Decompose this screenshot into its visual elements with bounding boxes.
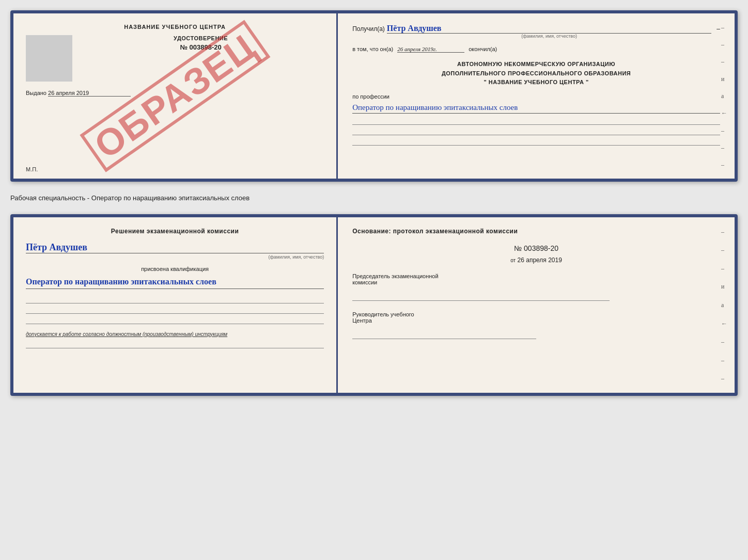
cert2-predsedatel-line [352,290,610,301]
cert1-date-prefix: в том, что он(а) [352,46,393,52]
d-blank-1 [26,294,324,303]
cert1-recipient-label: Получил(а) [352,25,385,33]
cert1-mp: М.П. [26,166,38,172]
certificate-card-2: Решением экзаменационной комиссии Пётр А… [10,214,738,396]
cert1-date-row: в том, что он(а) 26 апреля 2019г. окончи… [352,46,720,53]
cert2-assigned: присвоена квалификация [26,266,324,272]
cert1-date-value: 26 апреля 2019г. [397,46,464,53]
cert2-left: Решением экзаменационной комиссии Пётр А… [13,217,338,393]
cert2-prot-number: № 003898-20 [352,244,720,252]
cert1-label-block: УДОСТОВЕРЕНИЕ № 003898-20 [77,35,324,51]
cert2-prot-date: от 26 апреля 2019 [352,257,720,264]
cert1-recipient-row: Получил(а) Пётр Авдушев (фамилия, имя, о… [352,24,720,39]
cert2-name-sub: (фамилия, имя, отчество) [26,254,324,260]
cert1-org-line1: АВТОНОМНУЮ НЕКОММЕРЧЕСКУЮ ОРГАНИЗАЦИЮ [352,60,720,69]
cert2-ot-prefix: от [510,258,516,263]
cert1-right: Получил(а) Пётр Авдушев (фамилия, имя, о… [338,13,735,179]
cert2-ruk-label1: Руководитель учебного [352,311,720,317]
cert2-allowed-prefix: допускается к работе согласно должностны… [26,331,324,337]
cert1-issued-date: 26 апреля 2019 [48,90,131,97]
cert1-recipient-sub: (фамилия, имя, отчество) [387,34,711,39]
certificate-card-1: НАЗВАНИЕ УЧЕБНОГО ЦЕНТРА УДОСТОВЕРЕНИЕ №… [10,10,738,182]
cert1-org-title: НАЗВАНИЕ УЧЕБНОГО ЦЕНТРА [26,24,324,30]
cert1-issued: Выдано 26 апреля 2019 [26,90,324,97]
cert2-decision-title: Решением экзаменационной комиссии [26,228,324,235]
cert1-label: УДОСТОВЕРЕНИЕ [77,35,324,41]
cert1-profession-value: Оператор по наращиванию эпитаксиальных с… [352,102,720,114]
blank-line-2 [352,126,720,135]
cert2-prot-date-val: 26 апреля 2019 [518,257,562,264]
cert1-blank-lines [352,116,720,146]
cert1-recipient-name: Пётр Авдушев [387,24,711,34]
cert1-org-line2: ДОПОЛНИТЕЛЬНОГО ПРОФЕССИОНАЛЬНОГО ОБРАЗО… [352,69,720,78]
cert2-predsedatel-label2: комиссии [352,279,720,285]
cert1-org-line3: " НАЗВАНИЕ УЧЕБНОГО ЦЕНТРА " [352,78,720,87]
blank-line-1 [352,116,720,125]
cert2-last-line [26,339,324,348]
cert2-ruk-line [352,328,536,339]
page-wrapper: НАЗВАНИЕ УЧЕБНОГО ЦЕНТРА УДОСТОВЕРЕНИЕ №… [10,10,738,396]
cert1-profession-block: по профессии Оператор по наращиванию эпи… [352,93,720,114]
d-blank-3 [26,315,324,324]
blank-line-3 [352,136,720,146]
cert2-ruk-label2: Центра [352,317,720,324]
cert2-predsedatel: Председатель экзаменационной комиссии [352,273,720,301]
stamp-placeholder [26,35,72,82]
cert1-issued-prefix: Выдано [26,90,46,96]
cert2-allowed-text: работе согласно должностным (производств… [63,331,227,337]
middle-label: Рабочая специальность - Оператор по нара… [10,190,738,206]
cert1-stamp-area: УДОСТОВЕРЕНИЕ № 003898-20 [26,35,324,82]
cert2-qualification: Оператор по наращиванию эпитаксиальных с… [26,275,324,289]
cert1-number: № 003898-20 [77,43,324,51]
cert2-right: Основание: протокол экзаменационной коми… [338,217,735,393]
cert1-profession-label: по профессии [352,93,720,100]
d-blank-2 [26,305,324,314]
cert2-predsedatel-label1: Председатель экзаменационной [352,273,720,279]
cert2-osnov-title: Основание: протокол экзаменационной коми… [352,228,720,235]
cert1-org-block: АВТОНОМНУЮ НЕКОММЕРЧЕСКУЮ ОРГАНИЗАЦИЮ ДО… [352,60,720,87]
cert1-left: НАЗВАНИЕ УЧЕБНОГО ЦЕНТРА УДОСТОВЕРЕНИЕ №… [13,13,338,179]
cert2-rukovoditel: Руководитель учебного Центра [352,311,720,339]
cert1-okoncil: окончил(а) [469,46,497,52]
cert2-blank-lines [26,294,324,324]
cert2-name: Пётр Авдушев [26,242,324,253]
cert2-right-dashes: – – – и а ← – – – [721,217,727,393]
cert1-right-dashes: – – – и а ← – – – [721,13,727,179]
